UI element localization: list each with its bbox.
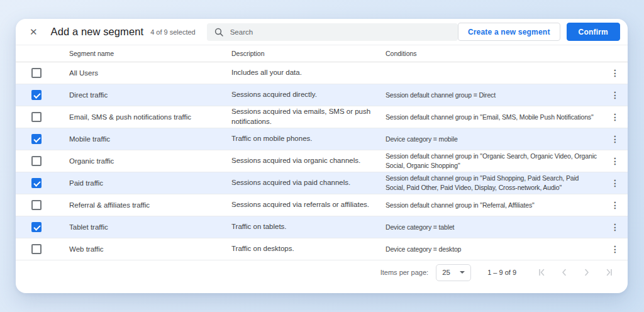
row-checkbox[interactable] — [31, 68, 42, 78]
search-box[interactable] — [207, 23, 458, 41]
table-row: All Users Includes all your data. ⋮ — [16, 62, 628, 84]
kebab-menu-icon[interactable]: ⋮ — [611, 179, 619, 187]
last-page-icon[interactable] — [604, 268, 614, 277]
segment-conditions: Device category = mobile — [380, 135, 602, 144]
segment-name: Tablet traffic — [69, 223, 231, 231]
segment-conditions: Session default channel group = Direct — [380, 91, 602, 100]
kebab-menu-icon[interactable]: ⋮ — [611, 157, 619, 165]
segment-name: Email, SMS & push notifications traffic — [69, 113, 231, 121]
search-icon — [214, 28, 223, 36]
row-checkbox[interactable] — [31, 178, 42, 188]
items-per-page-label: Items per page: — [380, 269, 428, 276]
kebab-menu-icon[interactable]: ⋮ — [611, 245, 619, 254]
search-input[interactable] — [230, 28, 450, 36]
table-row: Email, SMS & push notifications traffic … — [16, 106, 628, 128]
kebab-menu-icon[interactable]: ⋮ — [611, 135, 619, 143]
row-checkbox[interactable] — [31, 112, 42, 122]
first-page-icon[interactable] — [536, 268, 546, 277]
items-per-page-value: 25 — [442, 269, 450, 276]
chevron-down-icon — [460, 271, 465, 274]
segment-description: Sessions acquired via organic channels. — [231, 156, 380, 166]
dialog-header: ✕ Add a new segment 4 of 9 selected Crea… — [16, 19, 628, 45]
pagination-range: 1 – 9 of 9 — [487, 269, 516, 276]
column-header-description: Description — [231, 49, 380, 58]
column-header-segment-name: Segment name — [69, 50, 231, 57]
segment-conditions: Device category = tablet — [380, 223, 602, 232]
table-row: Direct traffic Sessions acquired directl… — [16, 84, 628, 106]
row-checkbox[interactable] — [31, 90, 42, 100]
segment-name: Mobile traffic — [69, 135, 231, 143]
page-background: { "window": { "title": "Add a new segmen… — [0, 0, 644, 312]
table-row: Referral & affiliates traffic Sessions a… — [16, 194, 628, 216]
row-checkbox[interactable] — [31, 244, 42, 254]
row-checkbox[interactable] — [31, 222, 42, 232]
segment-name: Referral & affiliates traffic — [69, 201, 231, 209]
segment-name: All Users — [69, 69, 231, 77]
kebab-menu-icon[interactable]: ⋮ — [611, 201, 619, 209]
segment-name: Paid traffic — [69, 179, 231, 187]
segment-name: Web traffic — [69, 245, 231, 253]
segment-name: Organic traffic — [69, 157, 231, 165]
segment-description: Sessions acquired via paid channels. — [231, 178, 380, 188]
kebab-menu-icon[interactable]: ⋮ — [611, 69, 619, 77]
previous-page-icon[interactable] — [559, 268, 569, 277]
segment-description: Traffic on desktops. — [231, 244, 380, 254]
table-row: Web traffic Traffic on desktops. Device … — [16, 238, 628, 260]
dialog-title: Add a new segment — [51, 26, 144, 38]
create-segment-button[interactable]: Create a new segment — [458, 23, 560, 41]
segment-description: Traffic on mobile phones. — [231, 134, 380, 144]
segment-description: Sessions acquired via emails, SMS or pus… — [231, 107, 380, 126]
segment-list: All Users Includes all your data. ⋮ Dire… — [16, 62, 628, 260]
kebab-menu-icon[interactable]: ⋮ — [611, 113, 619, 121]
table-row: Mobile traffic Traffic on mobile phones.… — [16, 128, 628, 150]
kebab-menu-icon[interactable]: ⋮ — [611, 223, 619, 231]
selected-count: 4 of 9 selected — [150, 28, 196, 36]
confirm-button[interactable]: Confirm — [567, 23, 620, 41]
next-page-icon[interactable] — [582, 268, 591, 277]
close-icon[interactable]: ✕ — [30, 27, 38, 36]
segment-description: Sessions acquired via referrals or affil… — [231, 200, 380, 210]
items-per-page-select[interactable]: 25 — [436, 264, 471, 281]
add-segment-dialog: ✕ Add a new segment 4 of 9 selected Crea… — [16, 19, 628, 293]
segment-conditions: Device category = desktop — [380, 245, 602, 254]
kebab-menu-icon[interactable]: ⋮ — [611, 91, 619, 99]
row-checkbox[interactable] — [31, 200, 42, 210]
segment-description: Includes all your data. — [231, 68, 380, 78]
segment-conditions: Session default channel group in "Email,… — [380, 113, 602, 122]
table-row: Paid traffic Sessions acquired via paid … — [16, 172, 628, 194]
table-row: Organic traffic Sessions acquired via or… — [16, 150, 628, 172]
row-checkbox[interactable] — [31, 156, 42, 166]
table-header: Segment name Description Conditions — [16, 45, 628, 62]
segment-conditions: Session default channel group in "Organi… — [380, 152, 602, 170]
table-footer: Items per page: 25 1 – 9 of 9 — [16, 260, 628, 284]
table-row: Tablet traffic Traffic on tablets. Devic… — [16, 216, 628, 238]
segment-description: Sessions acquired directly. — [231, 90, 380, 100]
segment-conditions: Session default channel group in "Referr… — [380, 201, 602, 210]
segment-description: Traffic on tablets. — [231, 222, 380, 232]
segment-conditions: Session default channel group in "Paid S… — [380, 174, 602, 192]
segment-name: Direct traffic — [69, 91, 231, 99]
row-checkbox[interactable] — [31, 134, 42, 144]
column-header-conditions: Conditions — [380, 49, 602, 58]
pagination-controls — [536, 268, 614, 277]
